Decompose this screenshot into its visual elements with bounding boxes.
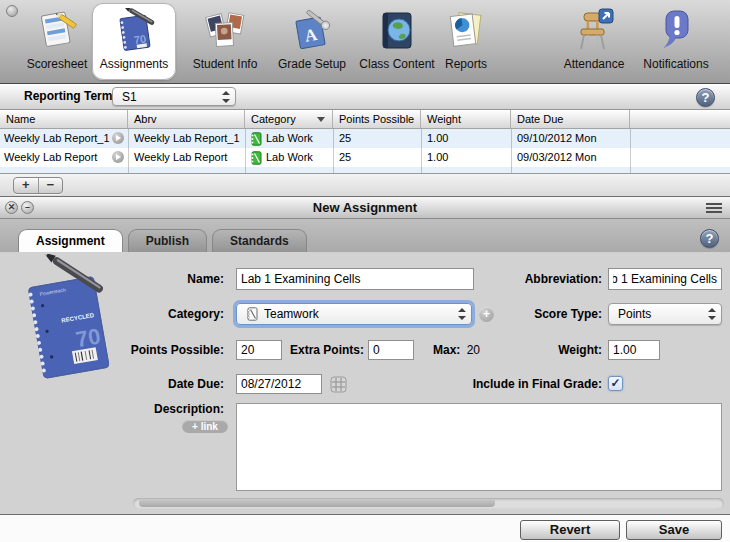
column-header-category[interactable]: Category	[245, 110, 333, 128]
include-final-grade-checkbox[interactable]: ✓	[608, 376, 623, 391]
max-points: Max: 20	[433, 340, 480, 360]
select-stepper-icon	[708, 308, 716, 320]
class-content-icon	[374, 8, 420, 54]
date-due-label: Date Due:	[104, 374, 224, 394]
menu-icon[interactable]	[706, 203, 722, 215]
add-remove-control: + −	[13, 177, 63, 194]
notifications-icon	[653, 8, 699, 54]
panel-title: New Assignment	[0, 197, 730, 218]
toolbar-item-assignments[interactable]: 70 Assignments	[92, 3, 176, 80]
svg-text:70: 70	[74, 323, 102, 352]
description-textarea[interactable]	[236, 403, 722, 491]
panel-title-bar: New Assignment ✕ –	[0, 196, 730, 219]
points-possible-label: Points Possible:	[104, 340, 224, 360]
max-label: Max:	[433, 343, 460, 357]
scoresheet-icon	[34, 8, 80, 54]
assignments-table: Name Abrv Category Points Possible Weigh…	[0, 110, 730, 173]
include-final-grade-label: Include in Final Grade:	[420, 374, 602, 394]
assignments-icon: 70	[111, 8, 157, 54]
tab-publish[interactable]: Publish	[128, 229, 207, 252]
toolbar-item-label: Class Content	[359, 57, 434, 71]
toolbar-item-label: Attendance	[564, 57, 625, 71]
category-notebook-icon	[246, 307, 258, 321]
abbreviation-input[interactable]	[608, 268, 722, 290]
bottom-bar: Revert Save	[0, 514, 730, 542]
column-header-abrv[interactable]: Abrv	[128, 110, 245, 128]
extra-points-input[interactable]	[368, 340, 414, 360]
toolbar-item-label: Scoresheet	[27, 57, 88, 71]
toolbar-item-scoresheet[interactable]: Scoresheet	[12, 3, 102, 80]
student-info-icon	[202, 8, 248, 54]
abbreviation-label: Abbreviation:	[482, 268, 602, 290]
reporting-term-bar: Reporting Term: S1 ?	[0, 84, 730, 110]
category-label: Category:	[104, 303, 224, 325]
toolbar-item-label: Grade Setup	[278, 57, 346, 71]
toolbar-item-student-info[interactable]: Student Info	[180, 3, 270, 80]
remove-assignment-button[interactable]: −	[39, 178, 63, 193]
toolbar-item-label: Reports	[445, 57, 487, 71]
max-value: 20	[467, 343, 480, 357]
attendance-icon	[571, 8, 617, 54]
table-row[interactable]: Weekly Lab Report_1 Weekly Lab Report_1 …	[0, 129, 730, 148]
points-possible-input[interactable]	[236, 340, 282, 360]
save-button[interactable]: Save	[626, 520, 722, 540]
column-header-date-due[interactable]: Date Due	[511, 110, 630, 128]
score-type-select[interactable]: Points	[608, 303, 722, 325]
toolbar-item-class-content[interactable]: Class Content	[352, 3, 442, 80]
toolbar-item-label: Student Info	[193, 57, 258, 71]
calendar-icon[interactable]	[330, 376, 347, 393]
category-notebook-icon	[250, 151, 262, 165]
table-row[interactable]: Weekly Lab Report Weekly Lab Report Lab …	[0, 148, 730, 167]
main-toolbar: Scoresheet 70 Assignments	[0, 0, 730, 84]
extra-points-label: Extra Points:	[286, 340, 364, 360]
select-stepper-icon	[458, 308, 466, 320]
score-type-value: Points	[618, 307, 651, 321]
name-input[interactable]	[236, 268, 474, 290]
sort-desc-icon	[317, 117, 325, 122]
tab-assignment[interactable]: Assignment	[18, 229, 123, 252]
close-icon[interactable]: ✕	[5, 201, 18, 214]
panel-tab-strip: Assignment Publish Standards ?	[0, 219, 730, 252]
horizontal-scrollbar[interactable]	[133, 498, 724, 509]
toolbar-item-grade-setup[interactable]: A Grade Setup	[270, 3, 354, 80]
row-detail-arrow[interactable]	[112, 151, 124, 163]
reporting-term-select[interactable]: S1	[112, 87, 236, 106]
table-header: Name Abrv Category Points Possible Weigh…	[0, 110, 730, 129]
add-link-button[interactable]: + link	[182, 420, 228, 433]
toolbar-item-notifications[interactable]: Notifications	[630, 3, 722, 80]
score-type-label: Score Type:	[482, 303, 602, 325]
collapse-icon[interactable]: –	[21, 201, 34, 214]
reporting-term-value: S1	[122, 90, 137, 104]
category-select[interactable]: Teamwork	[236, 303, 472, 325]
assignment-form: Powerteach RECYCLED 70 Name: Ab	[0, 252, 730, 514]
description-label: Description:	[104, 402, 224, 416]
column-header-points-possible[interactable]: Points Possible	[333, 110, 421, 128]
tab-standards[interactable]: Standards	[212, 229, 307, 252]
select-stepper-icon	[222, 91, 230, 103]
table-actions-bar: + −	[0, 173, 730, 196]
toolbar-item-attendance[interactable]: Attendance	[548, 3, 640, 80]
category-value: Teamwork	[264, 307, 319, 321]
date-due-input[interactable]	[236, 374, 322, 394]
toolbar-item-label: Assignments	[100, 57, 169, 71]
toolbar-item-reports[interactable]: Reports	[432, 3, 500, 80]
panel-help-button[interactable]: ?	[700, 229, 719, 248]
add-assignment-button[interactable]: +	[14, 178, 39, 193]
row-detail-arrow[interactable]	[112, 132, 124, 144]
toolbar-item-label: Notifications	[643, 57, 708, 71]
revert-button[interactable]: Revert	[520, 520, 620, 540]
reporting-term-label: Reporting Term:	[24, 84, 116, 109]
help-button[interactable]: ?	[696, 88, 715, 107]
scrollbar-thumb[interactable]	[139, 499, 495, 507]
category-notebook-icon	[250, 132, 262, 146]
reports-icon	[443, 8, 489, 54]
powerteacher-window: Scoresheet 70 Assignments	[0, 0, 730, 542]
column-header-weight[interactable]: Weight	[421, 110, 511, 128]
name-label: Name:	[104, 268, 224, 290]
weight-label: Weight:	[482, 340, 602, 360]
weight-input[interactable]	[608, 340, 660, 360]
column-header-name[interactable]: Name	[0, 110, 128, 128]
grade-setup-icon: A	[289, 8, 335, 54]
